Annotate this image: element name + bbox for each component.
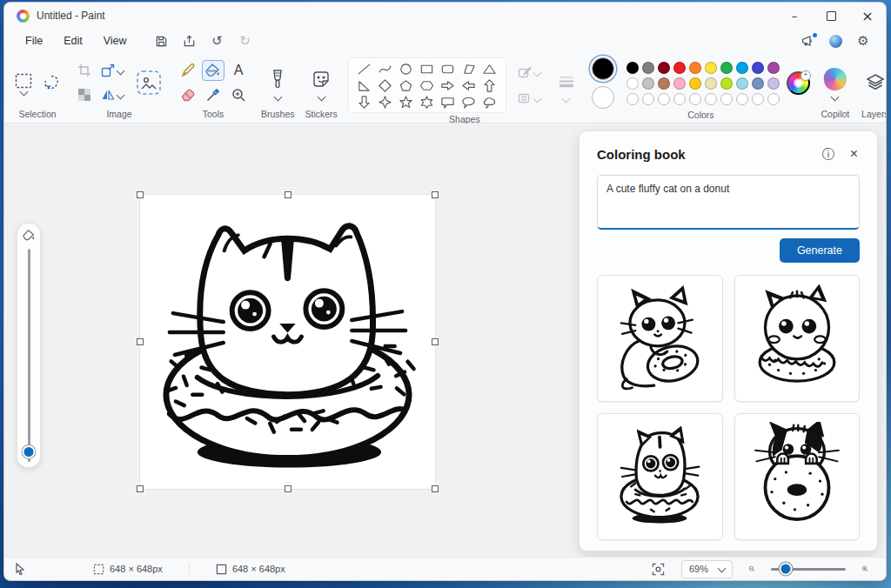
background-color-swatch[interactable]	[592, 86, 614, 109]
resize-button[interactable]	[97, 60, 127, 81]
palette-color-#7092be[interactable]	[752, 77, 764, 90]
shape-triangle[interactable]	[480, 62, 499, 77]
palette-color-#b5e61d[interactable]	[720, 77, 733, 90]
minimize-button[interactable]: –	[776, 3, 813, 29]
palette-empty-slot-4[interactable]	[673, 93, 686, 105]
flip-rotate-button[interactable]	[97, 84, 127, 105]
stickers-button[interactable]	[307, 66, 335, 92]
color-picker-tool-button[interactable]	[202, 84, 224, 105]
zoom-level-dropdown[interactable]: 69%	[681, 560, 733, 578]
size-slider-thumb[interactable]	[23, 445, 36, 458]
copilot-chevron-icon[interactable]	[831, 92, 840, 101]
palette-color-#ffffff[interactable]	[626, 77, 639, 90]
palette-empty-slot-2[interactable]	[642, 93, 654, 105]
palette-empty-slot-5[interactable]	[689, 93, 701, 105]
selection-handle-2[interactable]	[285, 191, 291, 198]
selection-handle-8[interactable]	[432, 485, 439, 492]
palette-color-#ffaec9[interactable]	[673, 77, 686, 90]
fit-to-window-button[interactable]	[646, 559, 671, 578]
shape-arrow-down[interactable]	[355, 95, 374, 110]
selection-handle-7[interactable]	[285, 485, 291, 492]
generated-thumbnail-4[interactable]	[734, 413, 861, 540]
generated-thumbnail-3[interactable]	[597, 413, 723, 540]
palette-color-#3f48cc[interactable]	[752, 62, 764, 74]
paint-canvas[interactable]	[140, 195, 435, 489]
palette-color-#ffe13b[interactable]	[705, 62, 717, 74]
shape-pentagon[interactable]	[397, 78, 416, 93]
stroke-size-button[interactable]	[552, 69, 581, 95]
palette-color-#99d9ea[interactable]	[736, 77, 748, 90]
background-removal-button[interactable]	[73, 84, 96, 105]
redo-button[interactable]: ↻	[233, 31, 258, 50]
shape-arrow-right[interactable]	[439, 78, 458, 93]
panel-info-button[interactable]: ⓘ	[821, 146, 836, 162]
shape-speech-cloud[interactable]	[480, 95, 499, 110]
palette-color-#7f7f7f[interactable]	[642, 62, 654, 74]
palette-color-#efe4b0[interactable]	[705, 77, 717, 90]
palette-color-#b97a57[interactable]	[658, 77, 670, 90]
selection-handle-1[interactable]	[137, 191, 144, 198]
shape-ellipse[interactable]	[397, 62, 416, 77]
palette-color-#a349a4[interactable]	[767, 62, 780, 74]
share-button[interactable]	[178, 31, 202, 50]
layers-button[interactable]	[861, 69, 887, 97]
brushes-button[interactable]	[264, 66, 291, 92]
magnifier-tool-button[interactable]	[227, 84, 250, 105]
copilot-ribbon-button[interactable]	[821, 66, 850, 92]
shape-fill-button[interactable]	[513, 88, 545, 109]
maximize-button[interactable]	[813, 3, 849, 29]
eraser-tool-button[interactable]	[177, 84, 199, 105]
selection-handle-4[interactable]	[137, 338, 144, 345]
palette-color-#000000[interactable]	[626, 62, 639, 74]
zoom-slider[interactable]	[771, 568, 846, 571]
shape-lightning[interactable]	[376, 111, 395, 113]
shape-heart[interactable]	[355, 111, 374, 113]
shape-four-point-star[interactable]	[376, 95, 395, 110]
generated-thumbnail-2[interactable]	[734, 275, 861, 402]
palette-empty-slot-9[interactable]	[752, 93, 764, 105]
panel-close-button[interactable]: ×	[848, 145, 860, 163]
crop-button[interactable]	[73, 60, 96, 81]
brushes-chevron-icon[interactable]	[273, 92, 282, 101]
shape-curve[interactable]	[376, 62, 395, 77]
text-tool-button[interactable]: A	[227, 60, 250, 81]
menu-file[interactable]: File	[15, 32, 53, 50]
shape-outline-button[interactable]	[513, 62, 545, 83]
feedback-button[interactable]	[795, 31, 820, 50]
freeform-select-button[interactable]	[40, 72, 63, 93]
shape-right-triangle[interactable]	[355, 78, 374, 93]
canvas-workspace[interactable]: Coloring book ⓘ × A cute fluffy cat on a…	[4, 124, 886, 557]
palette-empty-slot-1[interactable]	[626, 93, 639, 105]
close-button[interactable]: ×	[849, 3, 886, 29]
menu-view[interactable]: View	[93, 32, 137, 50]
remove-background-button[interactable]	[132, 66, 165, 99]
selection-handle-5[interactable]	[432, 338, 439, 345]
pencil-tool-button[interactable]	[177, 60, 199, 81]
foreground-color-swatch[interactable]	[592, 57, 614, 80]
generated-thumbnail-1[interactable]	[597, 275, 723, 402]
edit-colors-button[interactable]: +	[787, 71, 810, 95]
palette-color-#ffc90e[interactable]	[689, 77, 701, 90]
settings-button[interactable]: ⚙	[851, 31, 875, 50]
palette-color-#22b14c[interactable]	[720, 62, 733, 74]
zoom-in-button[interactable]	[856, 559, 874, 578]
menu-edit[interactable]: Edit	[53, 32, 93, 50]
shape-speech-ellipse[interactable]	[459, 95, 479, 110]
palette-color-#880015[interactable]	[658, 62, 670, 74]
shape-hexagon[interactable]	[418, 78, 437, 93]
size-slider-track[interactable]	[28, 249, 30, 462]
palette-empty-slot-10[interactable]	[767, 93, 780, 105]
palette-color-#c8bfe7[interactable]	[767, 77, 780, 90]
palette-color-#c3c3c3[interactable]	[642, 77, 654, 90]
palette-empty-slot-7[interactable]	[720, 93, 733, 105]
generate-button[interactable]: Generate	[780, 238, 860, 263]
prompt-textarea[interactable]: A cute fluffy cat on a donut	[598, 176, 859, 224]
palette-empty-slot-6[interactable]	[705, 93, 717, 105]
palette-empty-slot-3[interactable]	[658, 93, 670, 105]
shape-six-point-star[interactable]	[418, 95, 437, 110]
shape-line[interactable]	[355, 62, 374, 77]
shape-diamond[interactable]	[376, 78, 395, 93]
selection-handle-6[interactable]	[137, 485, 144, 492]
shape-rounded-rectangle[interactable]	[439, 62, 458, 77]
shape-polygon[interactable]	[459, 62, 479, 77]
